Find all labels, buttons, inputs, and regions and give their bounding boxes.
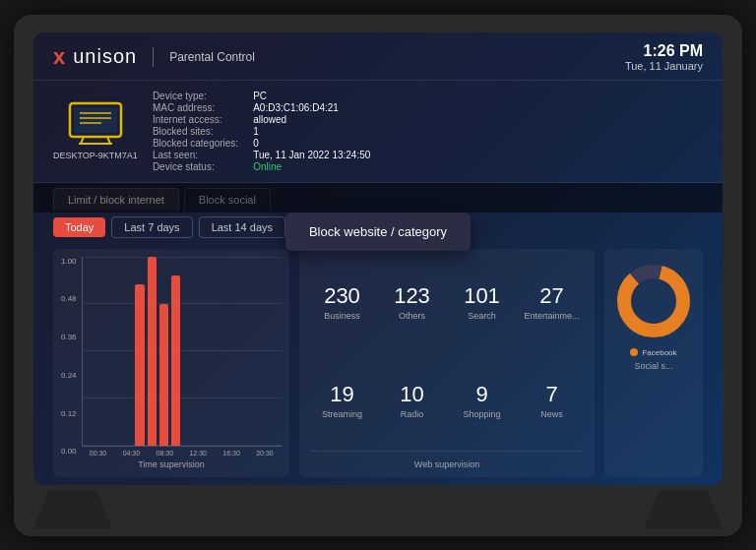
device-section: DESKTOP-9KTM7A1 Device type: PC MAC addr… — [33, 81, 723, 183]
web-item-count: 27 — [539, 283, 563, 309]
y-axis: 1.00 0.48 0.36 0.24 0.12 0.00 — [61, 257, 82, 457]
x-label-3: 08:30 — [157, 450, 174, 457]
web-item: 19Streaming — [311, 355, 373, 447]
x-label-4: 12:30 — [189, 450, 207, 457]
blocked-sites-label: Blocked sites: — [153, 126, 238, 137]
logo-area: x unison Parental Control — [53, 44, 255, 70]
filter-14days[interactable]: Last 14 days — [199, 216, 285, 238]
bars-container — [83, 257, 282, 446]
modal-overlay: Block website / category — [33, 183, 723, 213]
tv-leg-left — [33, 490, 112, 529]
chart-bar — [148, 257, 157, 446]
blocked-cat-label: Blocked categories: — [153, 138, 238, 149]
device-type-value: PC — [253, 91, 370, 101]
web-item-count: 101 — [464, 283, 500, 309]
web-item-count: 9 — [475, 382, 487, 407]
web-item-label: Others — [399, 311, 425, 321]
device-info: Device type: PC MAC address: A0:D3:C1:06… — [153, 91, 370, 172]
logo-divider — [153, 47, 154, 67]
status-value: Online — [253, 161, 370, 172]
app-subtitle: Parental Control — [169, 50, 255, 64]
logo-x-icon: x — [53, 44, 65, 70]
web-item-count: 19 — [330, 382, 353, 407]
nav-section: Limit / block internet Block social Bloc… — [33, 183, 723, 211]
web-item: 9Shopping — [451, 355, 513, 447]
modal-title: Block website / category — [309, 224, 447, 239]
clock-date: Tue, 11 January — [625, 60, 703, 72]
web-item-label: Streaming — [322, 409, 362, 419]
web-item-count: 7 — [545, 382, 557, 407]
y-label-5: 0.12 — [61, 409, 77, 418]
y-label-4: 0.24 — [61, 371, 77, 380]
web-item-label: News — [540, 409, 563, 419]
chart-bar — [135, 284, 144, 445]
web-item-label: Shopping — [463, 409, 500, 419]
donut-chart — [614, 262, 693, 340]
web-item-count: 230 — [324, 283, 360, 309]
web-item-label: Radio — [401, 409, 424, 419]
web-item-label: Search — [468, 311, 496, 321]
chart-bar — [171, 275, 180, 446]
facebook-label: Facebook — [642, 348, 676, 357]
chart-section: 1.00 0.48 0.36 0.24 0.12 0.00 — [53, 249, 289, 477]
blocked-sites-value: 1 — [253, 126, 370, 137]
device-name: DESKTOP-9KTM7A1 — [53, 151, 138, 160]
chart-bars-area — [82, 257, 282, 447]
facebook-dot-icon — [630, 348, 638, 356]
dashboard: 1.00 0.48 0.36 0.24 0.12 0.00 — [33, 244, 723, 485]
device-icon-area: DESKTOP-9KTM7A1 — [53, 91, 138, 172]
tv-stand — [33, 485, 723, 534]
web-item-count: 10 — [400, 382, 423, 407]
chart-body: 00:30 04:30 08:30 12:30 16:30 20:30 — [82, 257, 282, 457]
web-item-label: Business — [324, 311, 360, 321]
internet-value: allowed — [253, 114, 370, 125]
x-label-6: 20:30 — [256, 450, 274, 457]
modal-box: Block website / category — [285, 213, 471, 251]
y-label-3: 0.36 — [61, 333, 77, 341]
status-label: Device status: — [153, 161, 238, 172]
last-seen-label: Last seen: — [153, 150, 238, 160]
donut-svg — [614, 262, 693, 340]
clock-area: 1:26 PM Tue, 11 January — [625, 42, 703, 72]
tv-frame: x unison Parental Control 1:26 PM Tue, 1… — [14, 15, 742, 536]
x-label-1: 00:30 — [90, 450, 107, 457]
internet-label: Internet access: — [153, 114, 238, 125]
chart-container: 1.00 0.48 0.36 0.24 0.12 0.00 — [53, 249, 289, 477]
social-section: Facebook Social s... — [604, 249, 703, 477]
mac-value: A0:D3:C1:06:D4:21 — [253, 102, 370, 113]
mac-label: MAC address: — [153, 102, 238, 113]
monitor-icon — [66, 101, 125, 146]
chart-title: Time supervision — [61, 459, 282, 469]
filter-today[interactable]: Today — [53, 217, 105, 237]
blocked-cat-value: 0 — [253, 138, 370, 149]
x-label-5: 16:30 — [222, 450, 240, 457]
x-axis: 00:30 04:30 08:30 12:30 16:30 20:30 — [82, 447, 282, 457]
chart-area: 1.00 0.48 0.36 0.24 0.12 0.00 — [61, 257, 282, 457]
header: x unison Parental Control 1:26 PM Tue, 1… — [33, 32, 723, 81]
web-divider — [311, 451, 583, 452]
y-label-1: 1.00 — [61, 257, 77, 266]
web-item: 10Radio — [381, 355, 443, 447]
web-supervision-section: 230Business123Others101Search27Entertain… — [299, 249, 595, 477]
tv-leg-right — [644, 490, 723, 529]
chart-bar — [159, 304, 168, 446]
web-item: 101Search — [451, 257, 513, 348]
x-label-2: 04:30 — [123, 450, 141, 457]
y-label-2: 0.48 — [61, 294, 77, 303]
last-seen-value: Tue, 11 Jan 2022 13:24:50 — [253, 150, 370, 160]
svg-rect-1 — [74, 107, 117, 133]
screen-content: x unison Parental Control 1:26 PM Tue, 1… — [33, 32, 723, 485]
logo-name: unison — [73, 45, 137, 68]
web-item: 230Business — [311, 257, 373, 348]
clock-time: 1:26 PM — [625, 42, 703, 60]
svg-point-8 — [624, 272, 683, 331]
web-grid: 230Business123Others101Search27Entertain… — [311, 257, 583, 447]
web-item: 123Others — [381, 257, 443, 348]
y-label-6: 0.00 — [61, 447, 77, 456]
web-item: 7News — [521, 355, 583, 447]
web-supervision-title: Web supervision — [311, 459, 583, 469]
facebook-badge: Facebook — [630, 348, 676, 357]
social-title: Social s... — [634, 361, 672, 371]
filter-7days[interactable]: Last 7 days — [111, 216, 192, 238]
device-type-label: Device type: — [153, 91, 238, 101]
